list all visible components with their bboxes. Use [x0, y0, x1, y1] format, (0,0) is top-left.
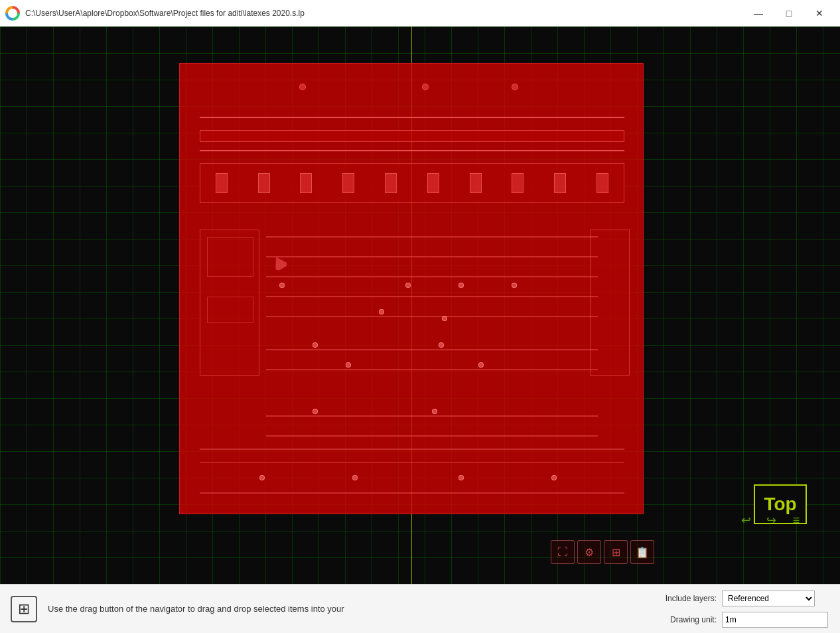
- title-bar-left: C:\Users\UserA\aplore\Dropbox\Software\P…: [5, 6, 305, 21]
- pcb-pin-2: [258, 173, 270, 193]
- pcb-bot-trace: [200, 492, 624, 494]
- drawing-unit-input[interactable]: [722, 612, 828, 628]
- include-layers-row: Include layers: Referenced All None: [657, 591, 829, 606]
- pcb-rail-1: [266, 236, 598, 238]
- undo-button[interactable]: ↩: [735, 510, 756, 531]
- pcb-trace-h2: [200, 130, 624, 142]
- pcb-pin-4: [342, 173, 354, 193]
- pcb-rail-7: [266, 369, 598, 370]
- pcb-left-module-inner: [207, 237, 253, 277]
- pcb-rail-6: [266, 349, 598, 350]
- pcb-comp-sym-8: [346, 362, 351, 368]
- title-bar: C:\Users\UserA\aplore\Dropbox\Software\P…: [0, 0, 840, 27]
- pcb-block[interactable]: [179, 63, 644, 514]
- pcb-pin-9: [554, 173, 566, 193]
- pcb-trace-h1: [200, 117, 624, 118]
- pcb-rail-8: [266, 415, 598, 417]
- pcb-rail-5: [266, 316, 598, 317]
- pcb-rail-4: [266, 296, 598, 297]
- pcb-comp-sym-2: [405, 283, 411, 288]
- status-icon-glyph: ⊞: [18, 600, 30, 618]
- pcb-left-module: [200, 230, 259, 376]
- clipboard-button[interactable]: 📋: [630, 540, 654, 564]
- pcb-comp-sym-3: [458, 283, 464, 288]
- pcb-bot-sym-4: [551, 475, 557, 480]
- settings-button[interactable]: ⚙: [577, 540, 601, 564]
- status-bar: ⊞ Use the drag button of the navigator t…: [0, 584, 840, 633]
- status-right-panel: Include layers: Referenced All None Draw…: [657, 585, 829, 633]
- include-layers-label: Include layers:: [657, 594, 717, 603]
- title-bar-controls: — □ ✕: [743, 3, 835, 24]
- pcb-trace-h3: [200, 150, 624, 151]
- pcb-comp-sym-1: [279, 283, 285, 288]
- include-layers-select[interactable]: Referenced All None: [722, 591, 815, 606]
- redo-button[interactable]: ↪: [760, 510, 782, 531]
- minimize-button[interactable]: —: [743, 3, 774, 24]
- pcb-comp-sym-9: [478, 362, 484, 368]
- window-title: C:\Users\UserA\aplore\Dropbox\Software\P…: [25, 9, 305, 18]
- pcb-comp-sym-5: [313, 342, 318, 348]
- pcb-pad-2: [422, 84, 429, 90]
- pcb-left-module-inner2: [207, 297, 253, 323]
- pcb-pin-6: [427, 173, 439, 193]
- pcb-pin-8: [512, 173, 524, 193]
- bottom-icons: ↩ ↪ ≡: [735, 510, 807, 531]
- pcb-comp-sym-10: [313, 409, 318, 414]
- drawing-unit-row: Drawing unit:: [657, 612, 829, 628]
- status-icon: ⊞: [11, 596, 37, 622]
- pcb-comp-sym-4: [512, 283, 517, 288]
- pcb-pin-1: [216, 173, 228, 193]
- pcb-pin-10: [596, 173, 608, 193]
- pcb-comp-sym-12: [442, 316, 447, 321]
- pcb-pin-5: [385, 173, 397, 193]
- maximize-button[interactable]: □: [774, 3, 804, 24]
- pcb-right-module: [590, 230, 630, 376]
- fit-view-button[interactable]: ⛶: [551, 540, 575, 564]
- close-button[interactable]: ✕: [804, 3, 835, 24]
- pcb-bot-sym-3: [458, 475, 464, 480]
- pcb-pin-7: [470, 173, 482, 193]
- view-controls: ⛶ ⚙ ⊞ 📋: [551, 540, 654, 564]
- pcb-bottom-trace-2: [200, 449, 624, 450]
- component-button[interactable]: ⊞: [604, 540, 628, 564]
- pcb-bot-sym-1: [259, 475, 265, 480]
- pcb-component-row: [200, 163, 624, 203]
- pcb-details: [180, 64, 643, 514]
- pcb-bottom-trace-3: [200, 462, 624, 463]
- pcb-rail-2: [266, 256, 598, 257]
- pcb-pad-1: [299, 84, 306, 90]
- app-logo-icon: [5, 6, 20, 21]
- pcb-pencil-icon: [270, 253, 288, 271]
- pcb-comp-sym-6: [439, 342, 444, 348]
- pcb-bot-sym-2: [352, 475, 358, 480]
- pcb-rail-9: [266, 435, 598, 437]
- pcb-pad-3: [512, 84, 518, 90]
- pcb-comp-sym-11: [432, 409, 437, 414]
- menu-button[interactable]: ≡: [786, 510, 807, 531]
- pcb-pin-3: [300, 173, 312, 193]
- drawing-unit-label: Drawing unit:: [657, 615, 717, 624]
- canvas-area[interactable]: ⛶ ⚙ ⊞ 📋 Top ↩ ↪ ≡: [0, 27, 840, 584]
- pcb-rail-3: [266, 276, 598, 277]
- pcb-comp-sym-7: [379, 309, 384, 315]
